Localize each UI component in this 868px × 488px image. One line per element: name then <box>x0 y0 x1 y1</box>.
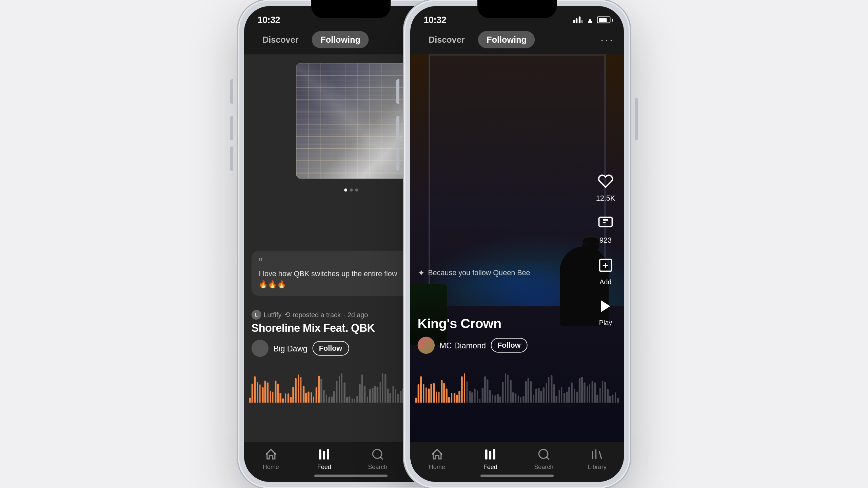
bottom-nav-2: Home Feed <box>410 442 624 482</box>
because-label: ✦ Because you follow Queen Bee <box>418 268 530 278</box>
notch-2 <box>477 0 557 18</box>
home-icon-2 <box>430 447 444 462</box>
ceiling-overlay <box>296 63 406 179</box>
follow-button-2[interactable]: Follow <box>491 338 527 352</box>
wifi-icon-2: ▲ <box>586 15 594 24</box>
play-label-2: Play <box>599 319 612 326</box>
nav-feed-label-2: Feed <box>484 464 497 470</box>
search-icon-2 <box>536 447 551 462</box>
play-icon-2 <box>595 295 617 317</box>
artist-avatar-2 <box>418 337 435 354</box>
svg-rect-23 <box>493 449 496 459</box>
svg-point-10 <box>373 449 381 458</box>
comment-text: I love how QBK switches up the entire fl… <box>259 270 397 288</box>
time-1: 10:32 <box>258 15 280 25</box>
repost-time: · <box>343 311 345 319</box>
home-indicator-2 <box>480 474 554 477</box>
comment-icon-2 <box>595 212 617 234</box>
svg-rect-9 <box>327 449 330 459</box>
phone-2: 10:32 ▲ Discover Followin <box>404 0 630 488</box>
nav-search-label-1: Search <box>368 464 387 470</box>
nav-library-label-2: Library <box>588 464 607 470</box>
artist-avatar-1 <box>252 340 269 357</box>
dot-2 <box>350 188 353 191</box>
actions-col-2: 12.5K 923 <box>595 170 617 326</box>
repost-avatar: L <box>252 310 261 320</box>
signal-icon-2 <box>573 17 583 23</box>
nav-feed-label-1: Feed <box>317 464 331 470</box>
nav-feed-2[interactable]: Feed <box>464 447 517 470</box>
svg-rect-7 <box>319 449 321 460</box>
like-count-2: 12.5K <box>596 194 615 202</box>
nav-tabs-2: Discover Following ··· <box>410 25 624 54</box>
svg-rect-14 <box>599 217 612 226</box>
tab-more-2[interactable]: ··· <box>600 33 614 46</box>
dot-1 <box>344 188 347 191</box>
add-action-2[interactable]: Add <box>595 255 617 286</box>
svg-rect-21 <box>485 449 488 460</box>
svg-rect-8 <box>323 451 326 460</box>
nav-home-label-1: Home <box>263 464 279 470</box>
nav-home-2[interactable]: Home <box>410 447 464 470</box>
image-container <box>296 63 406 179</box>
search-icon-1 <box>370 447 385 462</box>
svg-point-24 <box>539 449 548 458</box>
artist-name-1: Big Dawg <box>273 344 307 353</box>
repost-icon: ⟲ <box>284 310 290 319</box>
repost-action: reposted a track <box>293 311 341 319</box>
nav-home-label-2: Home <box>429 464 445 470</box>
svg-rect-22 <box>489 451 492 460</box>
add-label-2: Add <box>599 278 611 286</box>
track-image <box>296 63 406 179</box>
tab-following-1[interactable]: Following <box>312 31 369 48</box>
home-icon-1 <box>263 447 278 462</box>
svg-line-11 <box>380 457 382 460</box>
follow-button-1[interactable]: Follow <box>312 341 349 355</box>
track-title-1: Shoreline Mix Feat. QBK <box>252 322 415 335</box>
image-dots <box>344 188 358 191</box>
status-icons-2: ▲ <box>573 15 610 24</box>
like-action-2[interactable]: 12.5K <box>595 170 617 202</box>
tab-following-2[interactable]: Following <box>478 31 535 48</box>
time-2: 10:32 <box>424 15 446 25</box>
comment-count-2: 923 <box>599 236 612 245</box>
repost-user: Lutfify <box>264 311 282 319</box>
nav-search-1[interactable]: Search <box>351 447 405 470</box>
nav-feed-1[interactable]: Feed <box>298 447 351 470</box>
track-info-2: King's Crown MC Diamond Follow <box>418 316 581 354</box>
comment-bubble: I love how QBK switches up the entire fl… <box>252 251 415 296</box>
svg-line-25 <box>546 457 549 460</box>
add-icon-2 <box>595 255 617 277</box>
content-2: ✦ Because you follow Queen Bee King's Cr… <box>410 54 624 442</box>
notch <box>311 0 391 18</box>
nav-library-2[interactable]: Library <box>571 447 624 470</box>
star-icon: ✦ <box>418 268 425 278</box>
waveform-2 <box>410 369 624 403</box>
repost-line: L Lutfify ⟲ reposted a track · 2d ago <box>252 310 415 320</box>
artist-row-1: Big Dawg Follow <box>252 340 415 357</box>
tab-discover-2[interactable]: Discover <box>420 31 473 48</box>
nav-search-label-2: Search <box>534 464 553 470</box>
repost-time-val: 2d ago <box>348 311 368 319</box>
comment-action-2[interactable]: 923 <box>595 212 617 244</box>
artist-row-2: MC Diamond Follow <box>418 337 581 354</box>
play-action-2[interactable]: Play <box>595 295 617 326</box>
tab-discover-1[interactable]: Discover <box>254 31 307 48</box>
nav-home-1[interactable]: Home <box>244 447 298 470</box>
battery-icon-2 <box>597 17 611 23</box>
because-text: Because you follow Queen Bee <box>428 268 530 277</box>
library-icon-2 <box>590 447 605 462</box>
feed-icon-1 <box>317 447 332 462</box>
dot-3 <box>355 188 358 191</box>
svg-marker-20 <box>601 300 610 312</box>
home-indicator-1 <box>314 474 388 477</box>
artist-name-2: MC Diamond <box>439 341 486 350</box>
nav-search-2[interactable]: Search <box>517 447 571 470</box>
feed-icon-2 <box>483 447 498 462</box>
heart-icon-2 <box>595 170 617 192</box>
track-title-2: King's Crown <box>418 316 581 332</box>
track-info-1: L Lutfify ⟲ reposted a track · 2d ago Sh… <box>252 310 415 357</box>
